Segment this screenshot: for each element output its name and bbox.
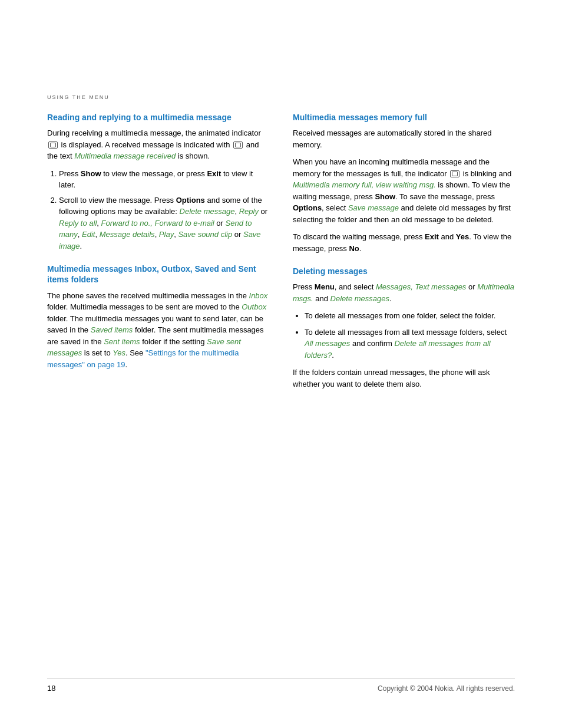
reading-steps-list: Press Show to view the message, or press… — [59, 168, 269, 252]
save-sound-option: Save sound clip — [178, 230, 232, 239]
animated-indicator-icon — [48, 141, 58, 149]
delete-message-option: Delete message — [180, 207, 235, 216]
page-number: 18 — [47, 684, 55, 693]
memory-full-para3: To discard the waiting message, press Ex… — [293, 231, 515, 254]
menu-label: Menu — [315, 282, 335, 291]
memory-full-title: Multimedia messages memory full — [293, 112, 515, 123]
text-messages-option: Text messages — [415, 282, 466, 291]
step-2: Scroll to view the message. Press Option… — [59, 195, 269, 252]
forward-no-option: Forward to no., — [101, 219, 153, 228]
deleting-messages-title: Deleting messages — [293, 266, 515, 276]
multimedia-folders-title: Multimedia messages Inbox, Outbox, Saved… — [47, 263, 269, 285]
options-label-2: Options — [293, 203, 322, 212]
delete-bullet-1: To delete all messages from one folder, … — [305, 310, 515, 322]
yes-label-2: Yes — [456, 232, 469, 241]
multimedia-message-received-text: Multimedia message received — [74, 151, 176, 160]
messages-option: Messages, — [376, 282, 413, 291]
delete-messages-option: Delete messages — [330, 294, 389, 303]
reply-option: Reply — [239, 207, 259, 216]
forward-email-option: Forward to e-mail — [155, 219, 214, 228]
save-message-option: Save message — [348, 203, 399, 212]
footer-copyright: Copyright © 2004 Nokia. All rights reser… — [378, 684, 515, 693]
multimedia-folders-section: Multimedia messages Inbox, Outbox, Saved… — [47, 263, 269, 370]
exit-label-2: Exit — [425, 232, 439, 241]
deleting-messages-para1: Press Menu, and select Messages, Text me… — [293, 281, 515, 304]
reading-replying-section: Reading and replying to a multimedia mes… — [47, 112, 269, 252]
options-label: Options — [176, 196, 205, 205]
show-label: Show — [81, 169, 101, 178]
saved-items-label: Saved items — [91, 325, 133, 334]
reading-replying-title: Reading and replying to a multimedia mes… — [47, 112, 269, 123]
edit-option: Edit — [82, 230, 95, 239]
deleting-messages-para2: If the folders contain unread messages, … — [293, 367, 515, 390]
deleting-bullets-list: To delete all messages from one folder, … — [305, 310, 515, 361]
page-footer: 18 Copyright © 2004 Nokia. All rights re… — [47, 678, 515, 693]
message-details-option: Message details — [100, 230, 155, 239]
memory-full-para2: When you have an incoming multimedia mes… — [293, 156, 515, 225]
exit-label: Exit — [207, 169, 221, 178]
all-messages-option: All messages — [305, 339, 350, 348]
section-header: Using the menu — [47, 94, 515, 100]
memory-full-view-text: Multimedia memory full, view waiting msg… — [293, 180, 436, 189]
inbox-label: Inbox — [249, 291, 268, 300]
play-option: Play — [159, 230, 174, 239]
received-indicator-icon — [233, 141, 243, 149]
reply-all-option: Reply to all — [59, 219, 97, 228]
right-column: Multimedia messages memory full Received… — [293, 112, 515, 401]
two-column-layout: Reading and replying to a multimedia mes… — [47, 112, 515, 401]
no-label: No — [349, 244, 359, 253]
yes-label: Yes — [113, 348, 125, 357]
memory-full-section: Multimedia messages memory full Received… — [293, 112, 515, 254]
page: Using the menu Reading and replying to a… — [0, 0, 562, 728]
deleting-messages-section: Deleting messages Press Menu, and select… — [293, 266, 515, 390]
outbox-label: Outbox — [242, 302, 266, 311]
step-1: Press Show to view the message, or press… — [59, 168, 269, 191]
memory-full-para1: Received messages are automatically stor… — [293, 127, 515, 150]
multimedia-folders-para: The phone saves the received multimedia … — [47, 290, 269, 371]
delete-bullet-2: To delete all messages from all text mes… — [305, 327, 515, 361]
blinking-indicator-icon — [450, 170, 459, 177]
left-column: Reading and replying to a multimedia mes… — [47, 112, 269, 401]
section-label: Using the menu — [47, 94, 110, 100]
show-label-2: Show — [375, 192, 395, 201]
reading-replying-intro: During receiving a multimedia message, t… — [47, 127, 269, 162]
sent-items-label: Sent items — [104, 337, 140, 346]
